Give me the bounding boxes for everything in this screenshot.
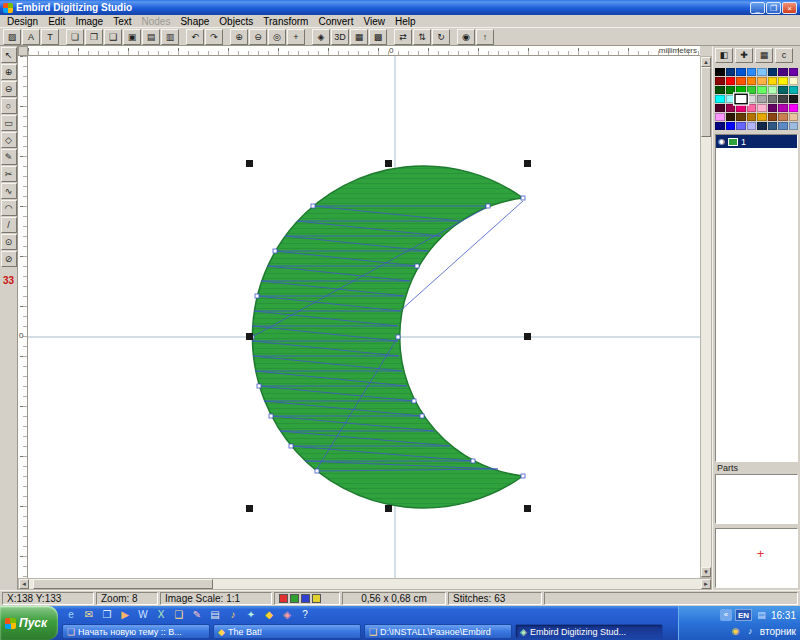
color-swatch[interactable]: [789, 86, 799, 94]
ql-paint[interactable]: ✎: [189, 607, 205, 622]
select-tool[interactable]: ↖: [1, 47, 17, 63]
tray-volume-icon[interactable]: ♪: [744, 625, 757, 638]
tray-antivirus-icon[interactable]: ◉: [729, 625, 742, 638]
grid-icon[interactable]: ▦: [350, 29, 368, 45]
menu-view[interactable]: View: [358, 15, 390, 28]
rectangle-tool[interactable]: ▭: [1, 115, 17, 131]
color-swatch[interactable]: [778, 104, 788, 112]
color-swatch[interactable]: [736, 77, 746, 85]
color-swatch[interactable]: [768, 122, 778, 130]
color-swatch[interactable]: [768, 77, 778, 85]
sew-simulator-icon[interactable]: ◉: [457, 29, 475, 45]
zoom-fit-icon[interactable]: ◎: [268, 29, 286, 45]
color-swatch[interactable]: [778, 113, 788, 121]
color-swatch[interactable]: [726, 77, 736, 85]
color-swatch[interactable]: [747, 113, 757, 121]
color-swatch[interactable]: [734, 94, 747, 105]
color-swatch[interactable]: [768, 104, 778, 112]
menu-edit[interactable]: Edit: [43, 15, 70, 28]
zoom-out-icon[interactable]: ⊖: [249, 29, 267, 45]
color-swatch[interactable]: [726, 104, 736, 112]
color-swatch[interactable]: [768, 113, 778, 121]
color-swatch[interactable]: [778, 68, 788, 76]
color-swatch[interactable]: [747, 122, 757, 130]
tray-collapse-button[interactable]: «: [720, 609, 732, 621]
color-swatch[interactable]: [715, 95, 725, 103]
parts-panel[interactable]: [715, 474, 798, 524]
color-swatch[interactable]: [757, 77, 767, 85]
color-swatch[interactable]: [757, 68, 767, 76]
color-swatch[interactable]: [747, 86, 757, 94]
catalog-button[interactable]: ▦: [755, 48, 773, 63]
print-icon[interactable]: ▥: [161, 29, 179, 45]
mirror-vertical-icon[interactable]: ⇅: [413, 29, 431, 45]
density-icon[interactable]: ▩: [369, 29, 387, 45]
arc-tool[interactable]: ◠: [1, 200, 17, 216]
color-swatch[interactable]: [768, 68, 778, 76]
ellipse-tool[interactable]: ○: [1, 98, 17, 114]
task-the-bat[interactable]: ◆The Bat!: [213, 624, 361, 639]
color-swatch[interactable]: [757, 122, 767, 130]
ql-messenger[interactable]: ✦: [243, 607, 259, 622]
ql-notepad[interactable]: ▤: [207, 607, 223, 622]
menu-transform[interactable]: Transform: [258, 15, 313, 28]
horizontal-scroll-thumb[interactable]: [33, 579, 213, 589]
menu-nodes[interactable]: Nodes: [137, 15, 176, 28]
color-swatch[interactable]: [778, 86, 788, 94]
color-swatch[interactable]: [757, 95, 767, 103]
color-swatch[interactable]: [789, 77, 799, 85]
color-swatch[interactable]: [757, 113, 767, 121]
color-swatch[interactable]: [789, 104, 799, 112]
tray-keyboard-icon[interactable]: ▤: [755, 609, 768, 622]
color-swatch[interactable]: [778, 77, 788, 85]
curve-tool[interactable]: ∿: [1, 183, 17, 199]
lettering-a-icon[interactable]: A: [22, 29, 40, 45]
open-image-icon[interactable]: ▨: [3, 29, 21, 45]
task-forum-post[interactable]: ❏Начать новую тему :: В...: [62, 624, 210, 639]
polygon-tool[interactable]: ◇: [1, 132, 17, 148]
color-swatch[interactable]: [736, 122, 746, 130]
menu-image[interactable]: Image: [70, 15, 108, 28]
separator[interactable]: [224, 29, 229, 45]
measure-tool[interactable]: ⊘: [1, 251, 17, 267]
ql-the-bat[interactable]: ◆: [261, 607, 277, 622]
color-swatch[interactable]: [768, 95, 778, 103]
separator[interactable]: [388, 29, 393, 45]
horizontal-scrollbar[interactable]: ◄ ►: [18, 578, 712, 590]
color-swatch[interactable]: [747, 95, 757, 103]
color-swatch[interactable]: [789, 113, 799, 121]
rotate-icon[interactable]: ↻: [432, 29, 450, 45]
menu-design[interactable]: Design: [2, 15, 43, 28]
color-swatch[interactable]: [736, 104, 746, 112]
zoom-in-icon[interactable]: ⊕: [230, 29, 248, 45]
object-list-item-selected[interactable]: ◉ 1: [716, 135, 797, 148]
design-canvas[interactable]: [28, 56, 700, 578]
color-swatch[interactable]: [757, 86, 767, 94]
separator[interactable]: [451, 29, 456, 45]
open-design-icon[interactable]: ❐: [85, 29, 103, 45]
preview-panel[interactable]: +: [715, 528, 798, 588]
scissors-tool[interactable]: ✂: [1, 166, 17, 182]
ql-excel[interactable]: X: [153, 607, 169, 622]
new-design-icon[interactable]: ❏: [66, 29, 84, 45]
color-swatch[interactable]: [778, 95, 788, 103]
color-swatch[interactable]: [778, 122, 788, 130]
color-swatch[interactable]: [715, 122, 725, 130]
redo-icon[interactable]: ↷: [205, 29, 223, 45]
color-swatch[interactable]: [757, 104, 767, 112]
freehand-tool[interactable]: ✎: [1, 149, 17, 165]
zoom-out-tool[interactable]: ⊖: [1, 81, 17, 97]
save-design-icon[interactable]: ▣: [123, 29, 141, 45]
close-button[interactable]: ×: [782, 2, 797, 14]
menu-objects[interactable]: Objects: [214, 15, 258, 28]
ql-explorer[interactable]: ❑: [171, 607, 187, 622]
scroll-right-button[interactable]: ►: [701, 579, 711, 589]
task-explorer-embird[interactable]: ❑D:\INSTALL\Разное\Embird: [364, 624, 512, 639]
maximize-button[interactable]: ❐: [766, 2, 781, 14]
import-design-icon[interactable]: ❑: [104, 29, 122, 45]
separator[interactable]: [306, 29, 311, 45]
separator[interactable]: [180, 29, 185, 45]
node-edit-tool[interactable]: ⊙: [1, 234, 17, 250]
ql-word[interactable]: W: [135, 607, 151, 622]
ql-internet-explorer[interactable]: e: [63, 607, 79, 622]
